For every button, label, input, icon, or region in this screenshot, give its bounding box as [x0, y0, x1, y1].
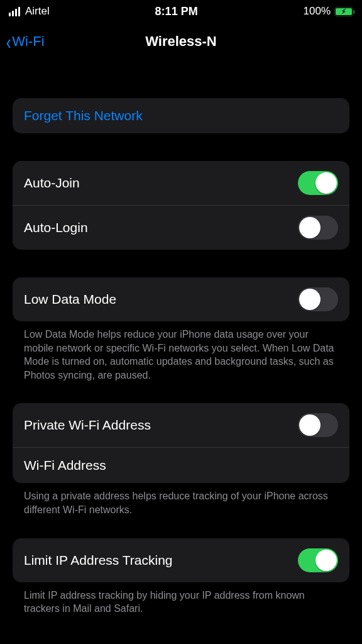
- carrier-label: Airtel: [25, 5, 50, 18]
- forget-group: Forget This Network: [13, 98, 349, 133]
- auto-join-row: Auto-Join: [13, 161, 349, 205]
- auto-login-label: Auto-Login: [24, 220, 298, 235]
- limit-footer: Limit IP address tracking by hiding your…: [13, 582, 349, 616]
- low-data-group: Low Data Mode: [13, 277, 349, 321]
- auto-join-toggle[interactable]: [298, 171, 338, 195]
- battery-icon: ⚡︎: [334, 7, 353, 16]
- wifi-address-row[interactable]: Wi-Fi Address: [13, 447, 349, 483]
- back-button[interactable]: ‹ Wi-Fi: [5, 31, 45, 52]
- limit-tracking-row: Limit IP Address Tracking: [13, 538, 349, 582]
- private-group: Private Wi-Fi Address Wi-Fi Address: [13, 403, 349, 483]
- page-title: Wireless-N: [0, 33, 362, 50]
- auto-join-label: Auto-Join: [24, 175, 298, 191]
- limit-group: Limit IP Address Tracking: [13, 538, 349, 582]
- low-data-footer: Low Data Mode helps reduce your iPhone d…: [13, 321, 349, 382]
- auto-login-toggle[interactable]: [298, 216, 338, 240]
- forget-network-button[interactable]: Forget This Network: [13, 98, 349, 133]
- private-address-label: Private Wi-Fi Address: [24, 418, 298, 433]
- signal-icon: [9, 7, 20, 16]
- limit-tracking-label: Limit IP Address Tracking: [24, 553, 298, 568]
- charging-icon: ⚡︎: [341, 8, 346, 15]
- low-data-row: Low Data Mode: [13, 277, 349, 321]
- clock: 8:11 PM: [155, 5, 198, 18]
- auto-group: Auto-Join Auto-Login: [13, 161, 349, 250]
- private-address-toggle[interactable]: [298, 413, 338, 437]
- navigation-bar: ‹ Wi-Fi Wireless-N: [0, 23, 362, 60]
- auto-login-row: Auto-Login: [13, 205, 349, 250]
- limit-tracking-toggle[interactable]: [298, 548, 338, 572]
- battery-percent: 100%: [304, 5, 331, 18]
- wifi-address-label: Wi-Fi Address: [24, 458, 338, 473]
- chevron-left-icon: ‹: [6, 31, 11, 52]
- forget-network-label: Forget This Network: [24, 108, 338, 123]
- back-label: Wi-Fi: [12, 33, 44, 50]
- private-address-row: Private Wi-Fi Address: [13, 403, 349, 447]
- low-data-toggle[interactable]: [298, 287, 338, 311]
- low-data-label: Low Data Mode: [24, 292, 298, 307]
- private-footer: Using a private address helps reduce tra…: [13, 483, 349, 516]
- status-bar: Airtel 8:11 PM 100% ⚡︎: [0, 0, 362, 23]
